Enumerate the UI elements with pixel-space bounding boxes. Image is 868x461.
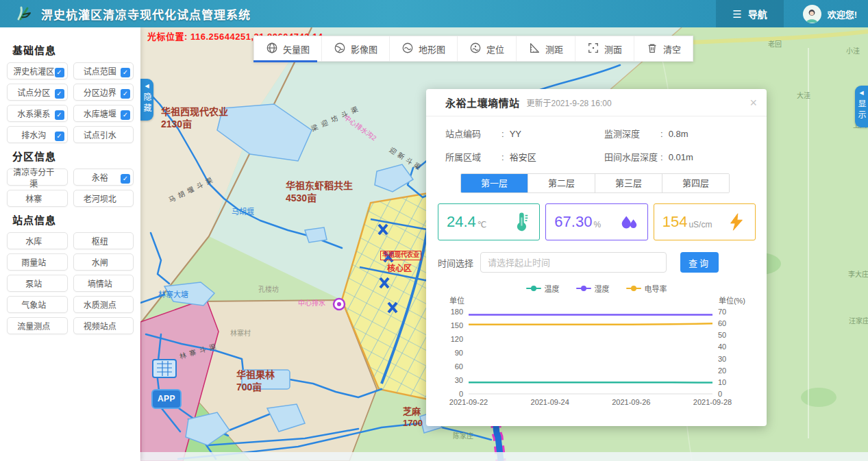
show-tab-label: 显示 (856, 99, 867, 121)
info-field-colon: : (501, 152, 504, 162)
layer-toggle-label: 试点范围 (84, 65, 116, 77)
query-button[interactable]: 查询 (680, 252, 719, 273)
app-header: 淠史杭灌区清凉寺现代化试点管理系统 ☰ 导航 欢迎您! (0, 0, 868, 27)
svg-text:30: 30 (718, 355, 726, 363)
legend-marker (526, 288, 541, 289)
toolbar-terrain-map[interactable]: 地形图 (390, 36, 458, 61)
layer-toggle-button[interactable]: 雨量站 (7, 253, 68, 271)
info-field-colon: : (660, 129, 663, 139)
time-range-input[interactable] (480, 252, 667, 273)
toolbar-label: 矢量图 (283, 42, 310, 55)
map-area[interactable]: 华祖西现代农业2130亩华祖东虾稻共生4530亩华祖果林700亩芝麻1700华祖… (140, 27, 868, 461)
legend-item[interactable]: 温度 (526, 283, 560, 294)
show-panel-tab[interactable]: ◀ 显示 (855, 86, 868, 127)
layer-toggle-button[interactable]: 分区边界✓ (73, 84, 134, 101)
layer-tab[interactable]: 第二层 (528, 174, 595, 192)
layer-toggle-label: 墒情站 (88, 277, 112, 289)
layer-toggle-button[interactable]: 水库塘堰✓ (73, 105, 134, 122)
legend-marker (626, 288, 641, 289)
layer-toggle-button[interactable]: 水闸 (73, 253, 134, 271)
layer-toggle-button[interactable]: 水质测点 (73, 296, 134, 313)
layer-tab[interactable]: 第三层 (595, 174, 662, 192)
checkbox-checked-icon[interactable]: ✓ (55, 132, 64, 141)
svg-text:60: 60 (455, 362, 463, 371)
layer-toggle-button[interactable]: 排水沟✓ (7, 126, 68, 143)
layer-toggle-label: 老河坝北 (84, 192, 116, 204)
checkbox-checked-icon[interactable]: ✓ (55, 89, 64, 99)
info-field-label: 站点编码 (445, 127, 501, 140)
svg-text:50: 50 (718, 331, 726, 339)
cursor-position-label: 光标位置: (147, 32, 188, 42)
close-icon[interactable]: × (749, 97, 757, 109)
svg-text:单位(%): 单位(%) (719, 296, 745, 305)
svg-text:70: 70 (718, 308, 726, 316)
app-station-badge[interactable]: APP (151, 389, 182, 409)
info-field: 站点编码:YY (445, 127, 604, 140)
layer-toggle-button[interactable]: 试点分区✓ (7, 84, 68, 101)
layer-toggle-button[interactable]: 永裕✓ (73, 169, 134, 186)
info-field-value: 裕安区 (510, 152, 536, 162)
info-field-label: 所属区域 (445, 150, 501, 163)
layer-toggle-button[interactable]: 淠史杭灌区✓ (7, 62, 68, 79)
layer-toggle-label: 气象站 (21, 299, 46, 310)
toolbar-measure-area[interactable]: 测面 (575, 36, 634, 61)
legend-label: 湿度 (595, 283, 610, 294)
nav-button[interactable]: ☰ 导航 (716, 0, 783, 27)
toolbar-imagery-map[interactable]: 影像图 (322, 36, 390, 61)
checkbox-checked-icon[interactable]: ✓ (55, 110, 64, 120)
legend-item[interactable]: 湿度 (576, 283, 610, 294)
layer-toggle-button[interactable]: 试点引水 (73, 126, 134, 143)
svg-text:40: 40 (718, 342, 726, 351)
layer-toggle-label: 水系渠系 (17, 108, 50, 119)
layer-toggle-button[interactable]: 墒情站 (73, 275, 134, 292)
info-field-colon: : (660, 152, 663, 162)
layer-tab[interactable]: 第四层 (662, 174, 729, 192)
layer-toggle-label: 流量测点 (17, 320, 50, 332)
metric-value: 154 (662, 213, 688, 231)
metric-unit: % (593, 214, 601, 229)
layer-toggle-button[interactable]: 清凉寺分干渠 (7, 169, 68, 186)
layer-toggle-button[interactable]: 泵站 (7, 275, 68, 292)
layer-toggle-button[interactable]: 枢纽 (73, 232, 134, 249)
layer-toggle-label: 淠史杭灌区 (13, 65, 54, 77)
layer-toggle-label: 视频站点 (84, 320, 116, 332)
legend-item[interactable]: 电导率 (626, 283, 667, 294)
time-select-row: 时间选择 查询 (438, 252, 767, 273)
layer-toggle-button[interactable]: 水系渠系✓ (7, 105, 68, 122)
toolbar-clear[interactable]: 清空 (634, 36, 693, 61)
checkbox-checked-icon[interactable]: ✓ (121, 110, 130, 120)
layer-toggle-button[interactable]: 林寨 (7, 190, 68, 207)
welcome-text: 欢迎您! (828, 8, 857, 21)
layer-toggle-button[interactable]: 水库 (7, 232, 68, 249)
layer-tab[interactable]: 第一层 (461, 174, 528, 192)
layer-toggle-button[interactable]: 流量测点 (7, 317, 68, 334)
toolbar-label: 测距 (545, 42, 563, 55)
layer-toggle-label: 清凉寺分干渠 (10, 166, 58, 189)
trash-icon (646, 42, 658, 56)
checkbox-checked-icon[interactable]: ✓ (121, 174, 130, 184)
layer-toggle-button[interactable]: 老河坝北 (73, 190, 134, 207)
sidebar-section-grid: 清凉寺分干渠永裕✓林寨老河坝北 (7, 169, 134, 207)
toolbar-vector-map[interactable]: 矢量图 (254, 36, 322, 61)
layer-toggle-button[interactable]: 气象站 (7, 296, 68, 313)
svg-text:20: 20 (718, 366, 726, 375)
hide-panel-tab[interactable]: ◀ 隐藏 (140, 79, 153, 121)
thermometer-icon (510, 212, 531, 232)
toolbar-measure-distance[interactable]: 测距 (517, 36, 575, 61)
metric-cards: 24.4℃67.30%154uS/cm (438, 203, 756, 240)
layer-toggle-button[interactable]: 视频站点 (73, 317, 134, 334)
layer-toggle-button[interactable]: 试点范围✓ (73, 62, 134, 79)
metric-value: 24.4 (447, 213, 476, 231)
layer-toggle-label: 分区边界 (84, 86, 116, 98)
user-menu[interactable]: 欢迎您! (784, 0, 868, 27)
checkbox-checked-icon[interactable]: ✓ (121, 68, 130, 77)
metric-unit: uS/cm (689, 214, 712, 229)
checkbox-checked-icon[interactable]: ✓ (121, 89, 130, 99)
avatar (803, 5, 821, 23)
toolbar-locate[interactable]: 定位 (458, 36, 517, 61)
layer-toggle-label: 排水沟 (21, 129, 46, 140)
metric-unit: ℃ (478, 214, 486, 229)
checkbox-checked-icon[interactable]: ✓ (55, 68, 64, 77)
svg-text:10: 10 (718, 378, 726, 386)
svg-text:2021-09-24: 2021-09-24 (531, 398, 569, 406)
